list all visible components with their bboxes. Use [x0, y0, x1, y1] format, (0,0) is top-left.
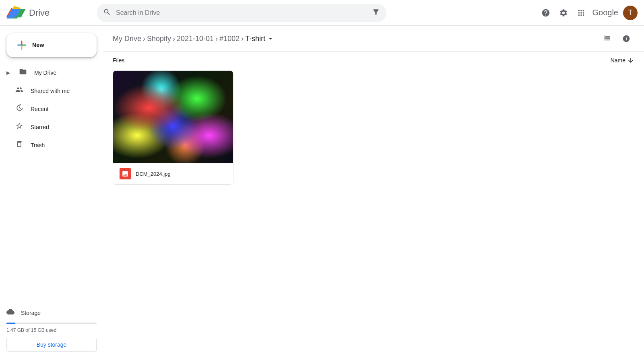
- header-actions: Google T: [538, 5, 638, 21]
- storage-section: Storage 1.47 GB of 15 GB used Buy storag…: [0, 304, 103, 358]
- buy-storage-button[interactable]: Buy storage: [6, 338, 97, 352]
- breadcrumb-sep-1: ›: [143, 35, 145, 43]
- sidebar-nav: ▶ My Drive Shared with me: [0, 64, 103, 298]
- sort-label-text: Name: [611, 57, 625, 64]
- file-card[interactable]: DCM_2024.jpg: [113, 70, 233, 185]
- help-button[interactable]: [538, 5, 554, 21]
- main-content: My Drive › Shopify › 2021-10-01 › #1002 …: [103, 26, 644, 362]
- sidebar-item-starred[interactable]: Starred: [0, 118, 97, 136]
- breadcrumb-my-drive[interactable]: My Drive: [113, 35, 141, 43]
- apps-button[interactable]: [573, 5, 589, 21]
- settings-button[interactable]: [555, 5, 572, 21]
- breadcrumb-sep-2: ›: [173, 35, 175, 43]
- breadcrumb-date[interactable]: 2021-10-01: [177, 35, 214, 43]
- recent-label: Recent: [31, 106, 48, 112]
- storage-label: Storage: [6, 308, 97, 318]
- recent-icon: [14, 104, 24, 114]
- search-icon: [103, 8, 111, 18]
- logo-text: Drive: [29, 8, 50, 18]
- breadcrumb-tshirt[interactable]: T-shirt: [245, 35, 274, 43]
- file-thumbnail: [113, 71, 233, 163]
- paint-hands-preview: [113, 71, 233, 163]
- search-input[interactable]: [116, 9, 367, 16]
- shared-icon: [14, 86, 24, 96]
- avatar[interactable]: T: [623, 6, 638, 20]
- storage-bar: [6, 323, 97, 324]
- my-drive-label: My Drive: [34, 70, 56, 76]
- breadcrumb-bar: My Drive › Shopify › 2021-10-01 › #1002 …: [103, 26, 644, 52]
- layout: New ▶ My Drive Shared w: [0, 26, 644, 362]
- filter-icon[interactable]: [372, 8, 380, 18]
- file-name: DCM_2024.jpg: [136, 171, 171, 177]
- new-button[interactable]: New: [6, 33, 97, 57]
- header: Drive Google: [0, 0, 644, 26]
- files-header: Files Name: [103, 52, 644, 67]
- storage-icon: [6, 308, 14, 318]
- starred-label: Starred: [31, 124, 49, 130]
- breadcrumb-tshirt-label: T-shirt: [245, 35, 265, 43]
- breadcrumb-shopify[interactable]: Shopify: [147, 35, 171, 43]
- sidebar-item-my-drive[interactable]: ▶ My Drive: [0, 64, 97, 82]
- info-button[interactable]: [618, 31, 634, 47]
- files-label: Files: [113, 57, 125, 64]
- sidebar: New ▶ My Drive Shared w: [0, 26, 103, 362]
- trash-label: Trash: [31, 142, 45, 148]
- list-view-button[interactable]: [599, 31, 615, 47]
- logo-link[interactable]: Drive: [6, 6, 87, 20]
- shared-label: Shared with me: [31, 88, 70, 94]
- file-info: DCM_2024.jpg: [113, 163, 233, 184]
- sidebar-item-recent[interactable]: Recent: [0, 100, 97, 118]
- my-drive-arrow: ▶: [6, 70, 10, 76]
- google-text: Google: [592, 8, 619, 17]
- starred-icon: [14, 122, 24, 132]
- file-type-icon: [120, 168, 131, 179]
- files-grid: DCM_2024.jpg: [103, 67, 644, 188]
- breadcrumb: My Drive › Shopify › 2021-10-01 › #1002 …: [113, 35, 274, 43]
- storage-used-text: 1.47 GB of 15 GB used: [6, 327, 97, 333]
- storage-text: Storage: [21, 310, 41, 316]
- breadcrumb-sep-4: ›: [241, 35, 244, 43]
- search-bar[interactable]: [97, 4, 386, 22]
- breadcrumb-dropdown-icon: [267, 35, 274, 42]
- breadcrumb-sep-3: ›: [215, 35, 218, 43]
- new-button-label: New: [32, 42, 44, 48]
- new-plus-icon: [16, 39, 27, 51]
- trash-icon: [14, 140, 24, 150]
- drive-logo-svg: [11, 6, 26, 19]
- sort-control[interactable]: Name: [611, 57, 634, 64]
- my-drive-icon: [18, 68, 28, 78]
- sidebar-item-trash[interactable]: Trash: [0, 136, 97, 154]
- sidebar-divider: [6, 301, 97, 301]
- sort-icon: [627, 57, 634, 64]
- breadcrumb-actions: [599, 31, 634, 47]
- sidebar-item-shared[interactable]: Shared with me: [0, 82, 97, 100]
- breadcrumb-order[interactable]: #1002: [219, 35, 239, 43]
- storage-bar-fill: [6, 323, 15, 324]
